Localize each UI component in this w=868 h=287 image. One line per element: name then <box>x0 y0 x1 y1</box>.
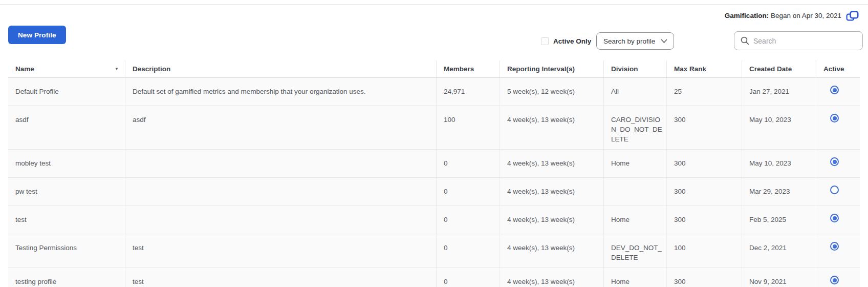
profile-members-cell: 0 <box>437 234 500 268</box>
radio-dot <box>833 216 837 220</box>
profile-members-cell: 100 <box>437 106 500 149</box>
profile-reporting-intervals-cell: 4 week(s), 13 week(s) <box>500 178 604 206</box>
profile-division-cell: Home <box>604 268 667 287</box>
column-header-created-date[interactable]: Created Date <box>742 60 816 77</box>
table-row[interactable]: mobley test04 week(s), 13 week(s)Home300… <box>8 150 860 178</box>
gamification-status: Gamification: Began on Apr 30, 2021 <box>725 10 841 22</box>
profile-description-cell <box>125 150 437 177</box>
sort-descending-icon: ▼ <box>115 67 119 71</box>
profile-created-date-cell: Dec 2, 2021 <box>742 234 816 268</box>
profile-division-cell: DEV_DO_NOT_DELETE <box>604 234 667 268</box>
profile-created-date-cell: Jan 27, 2021 <box>742 78 816 106</box>
column-header-active[interactable]: Active <box>816 60 860 77</box>
search-by-dropdown[interactable]: Search by profile <box>596 32 674 50</box>
active-radio-selected-icon[interactable] <box>830 86 839 94</box>
profile-created-date-cell: May 10, 2023 <box>742 150 816 177</box>
profile-division-cell: All <box>604 78 667 106</box>
radio-dot <box>833 244 837 249</box>
profile-name-cell: testing profile <box>8 268 125 287</box>
active-only-label: Active Only <box>553 37 591 45</box>
profile-created-date-cell: Feb 5, 2025 <box>742 206 816 234</box>
profile-active-cell <box>816 150 860 177</box>
active-radio-selected-icon[interactable] <box>830 276 839 284</box>
radio-dot <box>833 116 837 120</box>
profile-description-cell <box>125 206 437 234</box>
profile-description-cell: Default set of gamified metrics and memb… <box>125 78 437 106</box>
gamification-status-label: Gamification: <box>725 12 769 19</box>
profile-description-cell: asdf <box>125 106 437 149</box>
profile-active-cell <box>816 78 860 106</box>
active-only-checkbox[interactable] <box>541 37 549 45</box>
profile-max-rank-cell: 300 <box>667 268 742 287</box>
profile-active-cell <box>816 268 860 287</box>
search-input[interactable] <box>753 37 856 45</box>
profile-max-rank-cell: 300 <box>667 206 742 234</box>
table-header-row: Name ▼ Description Members Reporting Int… <box>8 60 860 78</box>
profile-max-rank-cell: 25 <box>667 78 742 106</box>
active-radio-selected-icon[interactable] <box>830 114 839 122</box>
profile-description-cell <box>125 178 437 206</box>
table-row[interactable]: Default ProfileDefault set of gamified m… <box>8 78 860 106</box>
search-field-container[interactable] <box>734 31 863 50</box>
profile-members-cell: 0 <box>437 206 500 234</box>
active-radio-selected-icon[interactable] <box>830 214 839 222</box>
profile-max-rank-cell: 100 <box>667 234 742 268</box>
profile-max-rank-cell: 300 <box>667 178 742 206</box>
profile-description-cell: test <box>125 268 437 287</box>
radio-dot <box>833 160 837 164</box>
active-only-toggle[interactable]: Active Only <box>541 34 591 48</box>
chevron-down-icon <box>661 39 667 44</box>
profile-active-cell <box>816 106 860 149</box>
profile-active-cell <box>816 206 860 234</box>
profile-created-date-cell: Nov 9, 2021 <box>742 268 816 287</box>
profile-active-cell <box>816 234 860 268</box>
table-row[interactable]: testing profiletest04 week(s), 13 week(s… <box>8 268 860 287</box>
search-by-dropdown-value: Search by profile <box>603 37 655 45</box>
copy-gamification-icon[interactable] <box>845 10 859 22</box>
profile-created-date-cell: May 10, 2023 <box>742 106 816 149</box>
profile-max-rank-cell: 300 <box>667 150 742 177</box>
radio-dot <box>833 88 837 92</box>
profiles-table: Name ▼ Description Members Reporting Int… <box>8 60 860 287</box>
table-row[interactable]: test04 week(s), 13 week(s)Home300Feb 5, … <box>8 206 860 234</box>
profile-name-cell: asdf <box>8 106 125 149</box>
active-radio-selected-icon[interactable] <box>830 242 839 251</box>
profile-reporting-intervals-cell: 5 week(s), 12 week(s) <box>500 78 604 106</box>
column-header-reporting-intervals[interactable]: Reporting Interval(s) <box>500 60 604 77</box>
profile-reporting-intervals-cell: 4 week(s), 13 week(s) <box>500 206 604 234</box>
column-header-name[interactable]: Name ▼ <box>8 60 125 77</box>
profile-active-cell <box>816 178 860 206</box>
profile-reporting-intervals-cell: 4 week(s), 13 week(s) <box>500 234 604 268</box>
search-icon <box>741 36 749 45</box>
profile-name-cell: Default Profile <box>8 78 125 106</box>
active-radio-selected-icon[interactable] <box>830 157 839 166</box>
profile-division-cell: Home <box>604 206 667 234</box>
active-radio-unselected-icon[interactable] <box>830 186 839 194</box>
profile-name-cell: test <box>8 206 125 234</box>
profile-reporting-intervals-cell: 4 week(s), 13 week(s) <box>500 150 604 177</box>
profile-division-cell: CARO_DIVISION_DO_NOT_DELETE <box>604 106 667 149</box>
column-header-division[interactable]: Division <box>604 60 667 77</box>
profile-name-cell: mobley test <box>8 150 125 177</box>
column-header-description[interactable]: Description <box>125 60 437 77</box>
table-row[interactable]: asdfasdf1004 week(s), 13 week(s)CARO_DIV… <box>8 106 860 150</box>
profile-members-cell: 0 <box>437 150 500 177</box>
table-row[interactable]: pw test04 week(s), 13 week(s)300Mar 29, … <box>8 178 860 206</box>
table-body: Default ProfileDefault set of gamified m… <box>8 78 860 287</box>
table-row[interactable]: Testing Permissionstest04 week(s), 13 we… <box>8 234 860 268</box>
profile-members-cell: 24,971 <box>437 78 500 106</box>
profile-created-date-cell: Mar 29, 2023 <box>742 178 816 206</box>
column-header-max-rank[interactable]: Max Rank <box>667 60 742 77</box>
profile-max-rank-cell: 300 <box>667 106 742 149</box>
column-header-members[interactable]: Members <box>437 60 500 77</box>
top-divider <box>0 4 868 5</box>
new-profile-button[interactable]: New Profile <box>8 26 66 44</box>
profile-members-cell: 0 <box>437 268 500 287</box>
gamification-status-text: Began on Apr 30, 2021 <box>769 12 841 19</box>
profile-reporting-intervals-cell: 4 week(s), 13 week(s) <box>500 106 604 149</box>
profile-reporting-intervals-cell: 4 week(s), 13 week(s) <box>500 268 604 287</box>
radio-dot <box>833 278 837 282</box>
profile-division-cell <box>604 178 667 206</box>
profile-name-cell: pw test <box>8 178 125 206</box>
profile-members-cell: 0 <box>437 178 500 206</box>
